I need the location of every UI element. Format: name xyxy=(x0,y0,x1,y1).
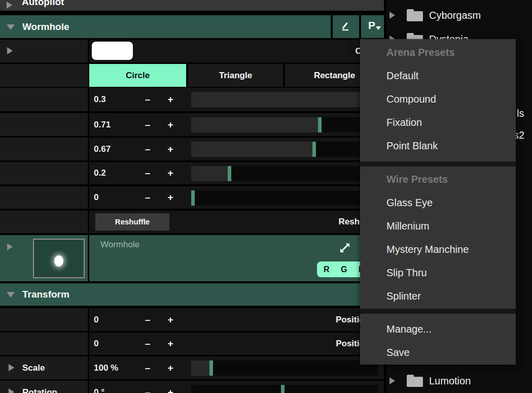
decrement-button[interactable]: – xyxy=(141,192,154,203)
popup-section-actions: Manage... Save xyxy=(360,314,516,365)
param-value[interactable]: 0.71 xyxy=(94,120,111,130)
param-row-frequency: Frequency 0.67 – + xyxy=(0,138,384,160)
decrement-button[interactable]: – xyxy=(141,94,154,105)
param-value[interactable]: 0 xyxy=(94,339,98,349)
param-row-position-y: Position Y 0 – + xyxy=(0,333,384,355)
slider-handle[interactable] xyxy=(191,190,195,206)
menu-item-manage[interactable]: Manage... xyxy=(360,317,516,341)
param-value[interactable]: 0.2 xyxy=(94,168,106,178)
slider-handle[interactable] xyxy=(312,142,316,157)
increment-button[interactable]: + xyxy=(164,363,176,374)
param-value[interactable]: 0.67 xyxy=(94,144,111,154)
menu-item-fixation[interactable]: Fixation xyxy=(360,111,516,134)
param-value[interactable]: 0 ° xyxy=(94,387,104,393)
decrement-button[interactable]: – xyxy=(141,314,154,325)
slider-handle[interactable] xyxy=(228,166,231,181)
menu-item-default[interactable]: Default xyxy=(360,64,516,87)
slider-handle[interactable] xyxy=(318,117,322,133)
edit-preset-button[interactable] xyxy=(331,15,359,38)
slider-handle[interactable] xyxy=(209,361,213,376)
pencil-icon xyxy=(340,20,352,32)
section-title: Transform xyxy=(22,289,69,300)
decrement-button[interactable]: – xyxy=(141,119,154,130)
expand-triangle-icon xyxy=(7,24,15,30)
decrement-button[interactable]: – xyxy=(141,363,154,374)
section-header-autopilot[interactable]: Autopilot xyxy=(0,0,384,11)
decrement-button[interactable]: – xyxy=(141,168,154,179)
frequency-slider[interactable] xyxy=(191,142,378,157)
menu-item-mystery-manchine[interactable]: Mystery Manchine xyxy=(360,238,516,261)
increment-button[interactable]: + xyxy=(164,314,176,325)
increment-button[interactable]: + xyxy=(164,192,176,203)
param-row-amplitude: Amplitude 0.2 – + xyxy=(0,162,384,184)
menu-item-point-blank[interactable]: Point Blank xyxy=(360,134,516,157)
menu-item-compound[interactable]: Compound xyxy=(360,87,516,111)
param-value[interactable]: 0 xyxy=(94,192,98,203)
reshuffle-button[interactable]: Reshuffle xyxy=(95,213,169,231)
decrement-button[interactable]: – xyxy=(141,387,154,393)
param-label: Scale xyxy=(22,363,45,373)
increment-button[interactable]: + xyxy=(164,338,176,349)
folder-icon xyxy=(406,373,424,389)
menu-item-splinter[interactable]: Splinter xyxy=(360,284,516,308)
popup-header-wire-presets: Wire Presets xyxy=(360,168,516,191)
menu-item-millenium[interactable]: Millenium xyxy=(360,214,516,238)
menu-item-slip-thru[interactable]: Slip Thru xyxy=(360,261,516,284)
shape-option-circle[interactable]: Circle xyxy=(89,64,186,87)
param-value[interactable]: 100 % xyxy=(94,363,118,373)
increment-button[interactable]: + xyxy=(164,94,176,105)
resize-icon[interactable] xyxy=(339,242,351,254)
chevron-down-icon xyxy=(376,26,381,30)
param-row-color: Color xyxy=(0,40,384,62)
expand-effect-triangle[interactable] xyxy=(7,243,13,250)
preset-dropdown-button[interactable]: P xyxy=(359,15,384,38)
shape-option-triangle[interactable]: Triangle xyxy=(188,64,283,87)
param-row-rotation: Rotation 0 ° – + xyxy=(0,381,384,393)
expand-rotation-triangle[interactable] xyxy=(9,388,14,393)
param-row-radius: Radius 0.71 – + xyxy=(0,113,384,136)
folder-label[interactable]: Lumotion xyxy=(429,375,471,387)
param-value[interactable]: 0.3 xyxy=(94,94,106,105)
wormhole-dot xyxy=(54,255,63,267)
decrement-button[interactable]: – xyxy=(141,144,154,155)
clipped-file-label[interactable]: ls xyxy=(517,108,524,119)
increment-button[interactable]: + xyxy=(164,144,176,155)
thickness-slider[interactable] xyxy=(191,92,378,107)
folder-expand-triangle[interactable] xyxy=(389,12,395,19)
expand-color-triangle[interactable] xyxy=(7,47,13,54)
random-slider[interactable] xyxy=(191,190,378,206)
folder-label[interactable]: Cyborgasm xyxy=(429,10,481,21)
menu-item-save[interactable]: Save xyxy=(360,341,516,364)
param-label: Rotation xyxy=(22,387,57,393)
preset-button-label: P xyxy=(368,19,375,31)
section-header-wormhole[interactable]: Wormhole P xyxy=(0,15,384,38)
section-title: Autopilot xyxy=(22,0,64,8)
radius-slider[interactable] xyxy=(191,117,378,133)
slider-handle[interactable] xyxy=(281,385,285,393)
scale-slider[interactable] xyxy=(191,361,378,376)
color-swatch[interactable] xyxy=(92,42,133,60)
increment-button[interactable]: + xyxy=(164,168,176,179)
param-row-random: Random 0 – + xyxy=(0,186,384,209)
expand-scale-triangle[interactable] xyxy=(9,364,14,371)
folder-row-lumotion[interactable]: Lumotion xyxy=(386,370,532,392)
increment-button[interactable]: + xyxy=(164,119,176,130)
folder-expand-triangle[interactable] xyxy=(389,377,395,384)
param-row-reshuffle: Reshuffle Reshuffle xyxy=(0,211,384,233)
effect-title: Wormhole xyxy=(100,240,139,250)
param-row-thickness: Thickness 0.3 – + xyxy=(0,88,384,111)
section-header-transform[interactable]: Transform xyxy=(0,283,384,306)
popup-section-wire: Wire Presets Glass Eye Millenium Mystery… xyxy=(360,167,516,309)
rotation-slider[interactable] xyxy=(191,385,378,393)
decrement-button[interactable]: – xyxy=(141,338,154,349)
param-value[interactable]: 0 xyxy=(94,315,98,325)
section-title: Wormhole xyxy=(22,21,69,32)
collapse-triangle-icon xyxy=(7,2,12,9)
amplitude-slider[interactable] xyxy=(191,166,378,181)
effect-thumbnail[interactable] xyxy=(33,239,85,278)
folder-row-cyborgasm[interactable]: Cyborgasm xyxy=(386,4,532,26)
increment-button[interactable]: + xyxy=(164,387,176,393)
menu-item-glass-eye[interactable]: Glass Eye xyxy=(360,191,516,214)
effect-preview-row: Wormhole R G B xyxy=(0,235,384,281)
param-row-shape: Shape Circle Triangle Rectangle xyxy=(0,64,384,87)
